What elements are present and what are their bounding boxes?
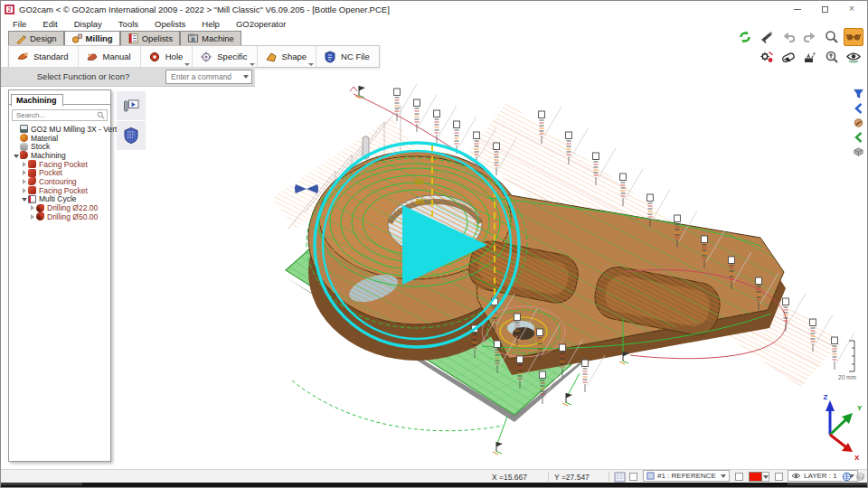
machine-tab-icon [187, 33, 199, 44]
tree-item-multi-cycle[interactable]: Multi Cycle [20, 195, 110, 204]
button-label: Specific [217, 52, 247, 61]
grid-toggle-icon[interactable] [614, 470, 626, 483]
eraser-icon[interactable] [778, 48, 798, 66]
tab-design[interactable]: Design [8, 31, 64, 45]
tab-opelists[interactable]: Opelists [120, 31, 180, 45]
menu-go2operator[interactable]: GO2operator [228, 19, 294, 29]
window-title: GO2cam < © GO2cam International 2009 - 2… [19, 5, 390, 14]
color-checkbox[interactable] [735, 470, 743, 483]
redo-icon[interactable] [800, 28, 820, 46]
help-icon[interactable] [855, 470, 865, 483]
undo-icon[interactable] [778, 28, 798, 46]
manual-button[interactable]: Manual [79, 46, 141, 67]
zoom-extents-icon[interactable] [822, 48, 842, 66]
zoom-icon[interactable] [822, 28, 842, 46]
manual-icon [86, 51, 99, 63]
design-tab-icon [15, 33, 27, 44]
tree-item-machining[interactable]: Machining [12, 151, 110, 160]
glasses-icon[interactable] [844, 28, 863, 46]
button-label: NC File [341, 52, 370, 61]
tree-search[interactable] [12, 109, 108, 121]
layer-checkbox[interactable] [775, 470, 783, 483]
tree-item-material[interactable]: Material [12, 134, 110, 143]
eye-rotate-icon[interactable] [844, 48, 863, 66]
cursor-y: Y =27.547 [554, 470, 590, 483]
sync-icon[interactable] [735, 28, 755, 46]
chevron-down-icon[interactable] [184, 63, 190, 66]
tree-collapsed-arrow[interactable] [28, 214, 36, 220]
tab-label: Milling [86, 33, 113, 43]
reference-combo[interactable]: #1 : REFERENCE [643, 470, 730, 482]
tree-item-drilling-22-00[interactable]: Drilling Ø22.00 [28, 203, 110, 212]
hole-button[interactable]: Hole [141, 46, 193, 67]
tree-item-label: Facing Pocket [39, 160, 88, 169]
menu-display[interactable]: Display [66, 19, 110, 29]
tree-item-facing-pocket[interactable]: Facing Pocket [20, 186, 110, 195]
drill-op-icon [36, 212, 44, 221]
stock-icon [20, 143, 28, 151]
color-swatch[interactable] [749, 470, 769, 483]
tree-item-label: Material [31, 134, 58, 143]
scale-label: 20 mm [838, 374, 856, 380]
status-bar: X =15.667 Y =27.547 #1 : REFERENCE LAYER… [1, 469, 868, 483]
tree-expanded-arrow[interactable] [12, 153, 20, 158]
tree-item-go2-mu-milling-3x-vertical[interactable]: GO2 MU Milling 3X - Vertical [12, 125, 110, 134]
drill-op-icon [36, 204, 44, 212]
nc-file-button[interactable]: NC File [316, 46, 379, 67]
viewport-3d[interactable]: 50 49 [111, 78, 868, 469]
machining-tree: GO2 MU Milling 3X - VerticalMaterialStoc… [9, 123, 110, 221]
shape-button[interactable]: Shape [258, 46, 316, 67]
menu-help[interactable]: Help [193, 19, 228, 29]
tree-item-stock[interactable]: Stock [12, 142, 110, 151]
pocket-op-icon [28, 186, 36, 194]
hole-icon [148, 51, 161, 63]
machine-config-icon[interactable] [757, 48, 777, 66]
tab-label: Machine [202, 33, 234, 43]
tree-item-pocket[interactable]: Pocket [20, 168, 110, 177]
grid-checkbox[interactable] [629, 470, 637, 483]
caliper-icon[interactable] [757, 28, 777, 46]
pocket-op-icon [28, 169, 36, 177]
tab-label: Design [30, 33, 57, 43]
tab-machine[interactable]: Machine [180, 31, 241, 45]
tree-item-drilling-50-00[interactable]: Drilling Ø50.00 [28, 212, 110, 221]
milling-tab-icon [71, 33, 83, 44]
minimize-button[interactable] [784, 2, 811, 16]
ncfile-icon [324, 51, 336, 63]
maximize-button[interactable] [811, 2, 838, 16]
menu-edit[interactable]: Edit [34, 19, 65, 29]
tab-machining[interactable]: Machining [11, 94, 63, 107]
specific-icon [200, 51, 212, 63]
tab-milling[interactable]: Milling [64, 31, 120, 45]
search-icon [97, 111, 105, 119]
reference-icon [646, 472, 655, 480]
tree-item-label: Machining [31, 151, 66, 160]
standard-button[interactable]: Standard [9, 46, 79, 67]
menu-tools[interactable]: Tools [110, 19, 146, 29]
machining-panel: Machining GO2 MU Milling 3X - VerticalMa… [8, 89, 111, 462]
magic-wand-icon[interactable] [800, 48, 820, 66]
quick-tools-row2 [757, 48, 863, 66]
tree-expanded-arrow[interactable] [20, 196, 28, 202]
tree-collapsed-arrow[interactable] [28, 205, 36, 211]
contour-op-icon [28, 177, 36, 185]
opelists-tab-icon [127, 33, 139, 44]
specific-button[interactable]: Specific [193, 46, 257, 67]
tree-collapsed-arrow[interactable] [20, 179, 28, 184]
tab-label: Opelists [142, 33, 173, 43]
chevron-down-icon[interactable] [308, 63, 314, 66]
chevron-down-icon[interactable] [250, 63, 255, 66]
close-button[interactable]: × [838, 2, 865, 16]
tree-item-label: Multi Cycle [39, 194, 77, 203]
globe-icon[interactable] [842, 470, 852, 483]
tree-item-facing-pocket[interactable]: Facing Pocket [20, 160, 110, 169]
tree-collapsed-arrow[interactable] [20, 170, 28, 175]
search-input[interactable] [14, 110, 97, 120]
tree-item-contouring[interactable]: Contouring [20, 177, 110, 186]
tree-collapsed-arrow[interactable] [20, 162, 28, 167]
tree-collapsed-arrow[interactable] [20, 188, 28, 193]
titlebar: 2 GO2cam < © GO2cam International 2009 -… [1, 1, 868, 17]
axis-x-label: X [854, 454, 860, 462]
menu-opelists[interactable]: Opelists [146, 19, 193, 29]
menu-file[interactable]: File [5, 19, 34, 29]
